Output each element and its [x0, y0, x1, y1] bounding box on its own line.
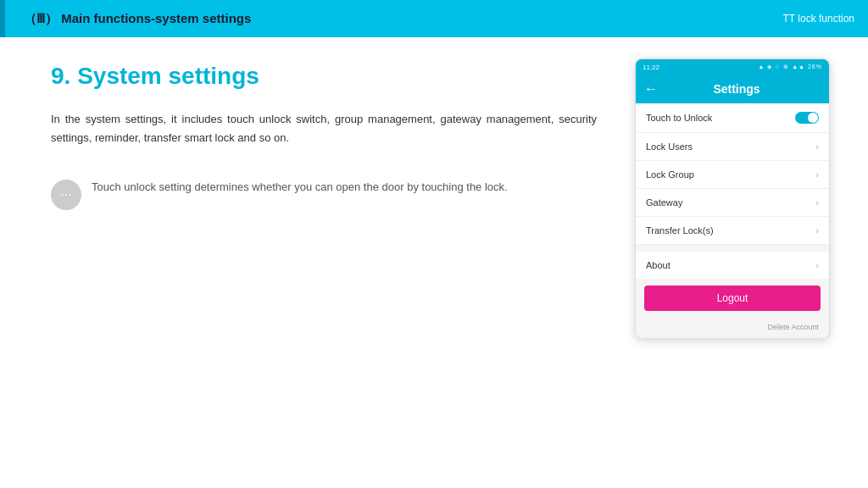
back-arrow-icon[interactable]: ← — [644, 81, 658, 97]
phone-header: ← Settings — [636, 75, 829, 103]
delete-account-link[interactable]: Delete Account — [636, 318, 829, 338]
left-panel: 9. System settings In the system setting… — [51, 54, 597, 471]
header-right-label: TT lock function — [783, 13, 854, 25]
chat-bubble-icon: ··· — [60, 187, 71, 202]
tip-box: ··· Touch unlock setting determines whet… — [51, 178, 597, 210]
logout-button[interactable]: Logout — [644, 286, 821, 311]
chevron-right-icon: › — [815, 225, 819, 236]
chevron-right-icon: › — [815, 260, 819, 270]
header-accent — [0, 0, 5, 37]
section-title: 9. System settings — [51, 63, 597, 90]
chevron-right-icon: › — [815, 197, 819, 208]
phone-status-bar: 11:22 ▲ ◈ ☆ ⊕ ▲▲ 28% — [636, 59, 829, 75]
list-item-gateway[interactable]: Gateway › — [636, 189, 829, 217]
chevron-right-icon: › — [815, 141, 819, 152]
list-item-touch-to-unlock[interactable]: Touch to Unlock — [636, 103, 829, 133]
page-title: （Ⅲ） Main functions-system settings — [24, 11, 251, 27]
phone-screen-title: Settings — [666, 82, 807, 96]
touch-unlock-toggle[interactable] — [795, 112, 819, 124]
phone-mockup: 11:22 ▲ ◈ ☆ ⊕ ▲▲ 28% ← Settings Touch to… — [635, 58, 830, 339]
lock-users-label: Lock Users — [646, 141, 693, 152]
phone-settings-list: Touch to Unlock Lock Users › Lock Group … — [636, 103, 829, 279]
page-header: （Ⅲ） Main functions-system settings TT lo… — [0, 0, 868, 37]
tip-text: Touch unlock setting determines whether … — [92, 178, 508, 196]
list-separator — [636, 245, 829, 252]
lock-group-label: Lock Group — [646, 169, 694, 180]
list-item-about[interactable]: About › — [636, 252, 829, 279]
gateway-label: Gateway — [646, 197, 682, 208]
status-time: 11:22 — [643, 64, 659, 71]
main-content: 9. System settings In the system setting… — [0, 37, 868, 488]
toggle-area[interactable] — [795, 112, 819, 124]
list-item-transfer-locks[interactable]: Transfer Lock(s) › — [636, 217, 829, 245]
status-icons: ▲ ◈ ☆ ⊕ ▲▲ 28% — [758, 64, 822, 70]
chevron-right-icon: › — [815, 169, 819, 180]
list-item-lock-group[interactable]: Lock Group › — [636, 161, 829, 189]
tip-icon: ··· — [51, 180, 81, 210]
transfer-locks-label: Transfer Lock(s) — [646, 225, 714, 236]
touch-to-unlock-label: Touch to Unlock — [646, 113, 712, 123]
right-panel: 11:22 ▲ ◈ ☆ ⊕ ▲▲ 28% ← Settings Touch to… — [631, 54, 834, 471]
section-body: In the system settings, it includes touc… — [51, 110, 597, 147]
list-item-lock-users[interactable]: Lock Users › — [636, 133, 829, 161]
about-label: About — [646, 260, 670, 270]
